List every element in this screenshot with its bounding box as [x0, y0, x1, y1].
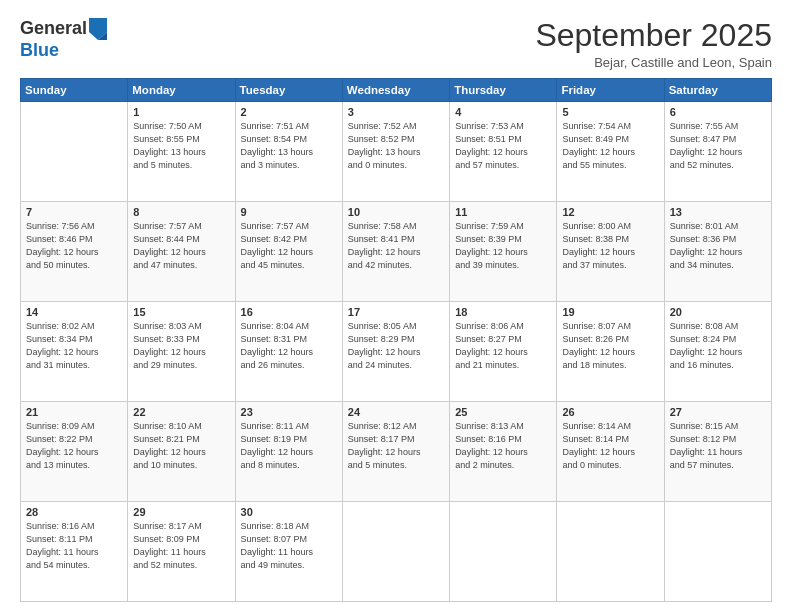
calendar-cell: 9Sunrise: 7:57 AM Sunset: 8:42 PM Daylig… — [235, 202, 342, 302]
calendar-cell: 12Sunrise: 8:00 AM Sunset: 8:38 PM Dayli… — [557, 202, 664, 302]
day-info: Sunrise: 8:03 AM Sunset: 8:33 PM Dayligh… — [133, 320, 229, 372]
day-number: 23 — [241, 406, 337, 418]
day-info: Sunrise: 8:18 AM Sunset: 8:07 PM Dayligh… — [241, 520, 337, 572]
day-info: Sunrise: 7:54 AM Sunset: 8:49 PM Dayligh… — [562, 120, 658, 172]
calendar-cell: 28Sunrise: 8:16 AM Sunset: 8:11 PM Dayli… — [21, 502, 128, 602]
logo-icon — [89, 18, 107, 40]
day-info: Sunrise: 8:01 AM Sunset: 8:36 PM Dayligh… — [670, 220, 766, 272]
calendar-cell: 29Sunrise: 8:17 AM Sunset: 8:09 PM Dayli… — [128, 502, 235, 602]
day-number: 9 — [241, 206, 337, 218]
day-info: Sunrise: 7:59 AM Sunset: 8:39 PM Dayligh… — [455, 220, 551, 272]
calendar-cell — [450, 502, 557, 602]
day-info: Sunrise: 7:58 AM Sunset: 8:41 PM Dayligh… — [348, 220, 444, 272]
calendar-cell: 25Sunrise: 8:13 AM Sunset: 8:16 PM Dayli… — [450, 402, 557, 502]
calendar-cell: 22Sunrise: 8:10 AM Sunset: 8:21 PM Dayli… — [128, 402, 235, 502]
day-number: 14 — [26, 306, 122, 318]
day-info: Sunrise: 8:02 AM Sunset: 8:34 PM Dayligh… — [26, 320, 122, 372]
day-info: Sunrise: 7:56 AM Sunset: 8:46 PM Dayligh… — [26, 220, 122, 272]
day-info: Sunrise: 8:10 AM Sunset: 8:21 PM Dayligh… — [133, 420, 229, 472]
day-number: 25 — [455, 406, 551, 418]
day-info: Sunrise: 8:12 AM Sunset: 8:17 PM Dayligh… — [348, 420, 444, 472]
day-number: 17 — [348, 306, 444, 318]
calendar-week-row: 21Sunrise: 8:09 AM Sunset: 8:22 PM Dayli… — [21, 402, 772, 502]
day-info: Sunrise: 8:05 AM Sunset: 8:29 PM Dayligh… — [348, 320, 444, 372]
calendar-cell: 3Sunrise: 7:52 AM Sunset: 8:52 PM Daylig… — [342, 102, 449, 202]
day-info: Sunrise: 8:04 AM Sunset: 8:31 PM Dayligh… — [241, 320, 337, 372]
day-number: 24 — [348, 406, 444, 418]
calendar-cell: 13Sunrise: 8:01 AM Sunset: 8:36 PM Dayli… — [664, 202, 771, 302]
calendar-cell: 19Sunrise: 8:07 AM Sunset: 8:26 PM Dayli… — [557, 302, 664, 402]
calendar-cell: 8Sunrise: 7:57 AM Sunset: 8:44 PM Daylig… — [128, 202, 235, 302]
col-monday: Monday — [128, 79, 235, 102]
day-number: 3 — [348, 106, 444, 118]
day-number: 7 — [26, 206, 122, 218]
calendar-cell: 23Sunrise: 8:11 AM Sunset: 8:19 PM Dayli… — [235, 402, 342, 502]
day-number: 1 — [133, 106, 229, 118]
calendar-cell: 26Sunrise: 8:14 AM Sunset: 8:14 PM Dayli… — [557, 402, 664, 502]
calendar-week-row: 7Sunrise: 7:56 AM Sunset: 8:46 PM Daylig… — [21, 202, 772, 302]
calendar-cell: 7Sunrise: 7:56 AM Sunset: 8:46 PM Daylig… — [21, 202, 128, 302]
day-info: Sunrise: 8:15 AM Sunset: 8:12 PM Dayligh… — [670, 420, 766, 472]
day-info: Sunrise: 7:53 AM Sunset: 8:51 PM Dayligh… — [455, 120, 551, 172]
calendar-cell — [664, 502, 771, 602]
calendar-cell — [21, 102, 128, 202]
day-number: 20 — [670, 306, 766, 318]
day-number: 2 — [241, 106, 337, 118]
day-number: 5 — [562, 106, 658, 118]
calendar-cell: 20Sunrise: 8:08 AM Sunset: 8:24 PM Dayli… — [664, 302, 771, 402]
calendar-cell: 21Sunrise: 8:09 AM Sunset: 8:22 PM Dayli… — [21, 402, 128, 502]
calendar-cell: 27Sunrise: 8:15 AM Sunset: 8:12 PM Dayli… — [664, 402, 771, 502]
calendar-cell — [342, 502, 449, 602]
day-info: Sunrise: 8:08 AM Sunset: 8:24 PM Dayligh… — [670, 320, 766, 372]
day-info: Sunrise: 7:50 AM Sunset: 8:55 PM Dayligh… — [133, 120, 229, 172]
calendar-week-row: 14Sunrise: 8:02 AM Sunset: 8:34 PM Dayli… — [21, 302, 772, 402]
day-number: 21 — [26, 406, 122, 418]
col-friday: Friday — [557, 79, 664, 102]
day-info: Sunrise: 8:11 AM Sunset: 8:19 PM Dayligh… — [241, 420, 337, 472]
calendar-week-row: 28Sunrise: 8:16 AM Sunset: 8:11 PM Dayli… — [21, 502, 772, 602]
col-sunday: Sunday — [21, 79, 128, 102]
day-info: Sunrise: 8:06 AM Sunset: 8:27 PM Dayligh… — [455, 320, 551, 372]
day-number: 8 — [133, 206, 229, 218]
col-thursday: Thursday — [450, 79, 557, 102]
day-info: Sunrise: 8:00 AM Sunset: 8:38 PM Dayligh… — [562, 220, 658, 272]
day-info: Sunrise: 7:51 AM Sunset: 8:54 PM Dayligh… — [241, 120, 337, 172]
calendar-header-row: Sunday Monday Tuesday Wednesday Thursday… — [21, 79, 772, 102]
logo: General Blue — [20, 18, 107, 62]
calendar-cell: 1Sunrise: 7:50 AM Sunset: 8:55 PM Daylig… — [128, 102, 235, 202]
col-wednesday: Wednesday — [342, 79, 449, 102]
calendar-cell: 30Sunrise: 8:18 AM Sunset: 8:07 PM Dayli… — [235, 502, 342, 602]
day-number: 29 — [133, 506, 229, 518]
calendar-cell: 10Sunrise: 7:58 AM Sunset: 8:41 PM Dayli… — [342, 202, 449, 302]
day-number: 30 — [241, 506, 337, 518]
calendar-cell: 4Sunrise: 7:53 AM Sunset: 8:51 PM Daylig… — [450, 102, 557, 202]
calendar-cell: 6Sunrise: 7:55 AM Sunset: 8:47 PM Daylig… — [664, 102, 771, 202]
day-info: Sunrise: 8:17 AM Sunset: 8:09 PM Dayligh… — [133, 520, 229, 572]
day-info: Sunrise: 8:07 AM Sunset: 8:26 PM Dayligh… — [562, 320, 658, 372]
day-info: Sunrise: 7:52 AM Sunset: 8:52 PM Dayligh… — [348, 120, 444, 172]
col-tuesday: Tuesday — [235, 79, 342, 102]
logo-blue-text: Blue — [20, 40, 59, 60]
calendar-cell: 18Sunrise: 8:06 AM Sunset: 8:27 PM Dayli… — [450, 302, 557, 402]
day-number: 27 — [670, 406, 766, 418]
day-number: 11 — [455, 206, 551, 218]
calendar-cell: 11Sunrise: 7:59 AM Sunset: 8:39 PM Dayli… — [450, 202, 557, 302]
location: Bejar, Castille and Leon, Spain — [535, 55, 772, 70]
day-info: Sunrise: 7:57 AM Sunset: 8:44 PM Dayligh… — [133, 220, 229, 272]
title-block: September 2025 Bejar, Castille and Leon,… — [535, 18, 772, 70]
day-number: 26 — [562, 406, 658, 418]
month-title: September 2025 — [535, 18, 772, 53]
calendar-cell: 2Sunrise: 7:51 AM Sunset: 8:54 PM Daylig… — [235, 102, 342, 202]
day-number: 16 — [241, 306, 337, 318]
day-number: 13 — [670, 206, 766, 218]
calendar-cell: 24Sunrise: 8:12 AM Sunset: 8:17 PM Dayli… — [342, 402, 449, 502]
calendar-cell: 14Sunrise: 8:02 AM Sunset: 8:34 PM Dayli… — [21, 302, 128, 402]
calendar-cell: 16Sunrise: 8:04 AM Sunset: 8:31 PM Dayli… — [235, 302, 342, 402]
calendar-cell — [557, 502, 664, 602]
calendar-cell: 17Sunrise: 8:05 AM Sunset: 8:29 PM Dayli… — [342, 302, 449, 402]
day-info: Sunrise: 8:14 AM Sunset: 8:14 PM Dayligh… — [562, 420, 658, 472]
day-number: 22 — [133, 406, 229, 418]
calendar-cell: 15Sunrise: 8:03 AM Sunset: 8:33 PM Dayli… — [128, 302, 235, 402]
header: General Blue September 2025 Bejar, Casti… — [20, 18, 772, 70]
day-number: 10 — [348, 206, 444, 218]
